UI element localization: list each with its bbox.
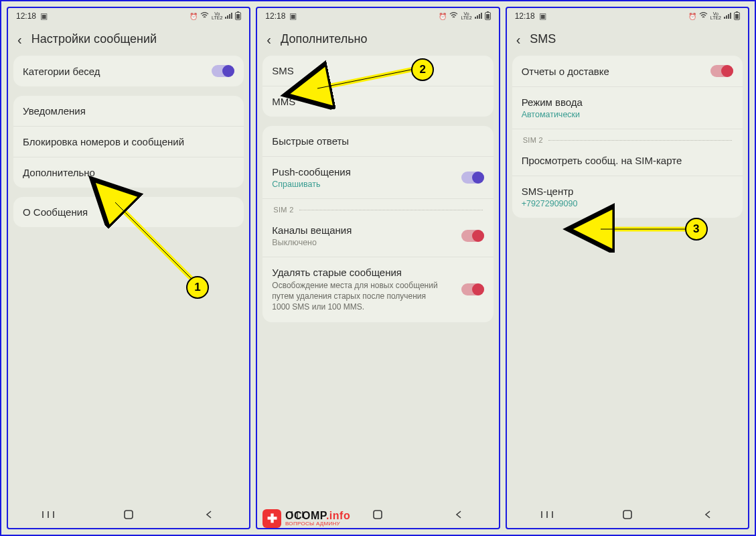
lte-icon: VoLTE2 <box>212 12 222 21</box>
svg-rect-10 <box>125 511 133 519</box>
row-label: Дополнительно <box>23 167 95 178</box>
status-time: 12:18 <box>265 11 285 21</box>
svg-rect-23 <box>374 511 382 519</box>
watermark-logo-icon <box>262 509 281 528</box>
back-icon[interactable]: ‹ <box>17 33 22 46</box>
svg-line-25 <box>317 68 418 88</box>
alarm-icon: ⏰ <box>190 13 198 20</box>
row-label: Режим ввода <box>522 96 583 108</box>
svg-rect-19 <box>486 14 489 19</box>
svg-rect-3 <box>231 13 232 19</box>
panel-message-settings: 12:18 ▣ ⏰ VoLTE2 ‹ Настройки сообщений <box>7 7 250 529</box>
nav-back-icon[interactable] <box>202 509 216 521</box>
watermark-subtitle: ВОПРОСЫ АДМИНУ <box>285 521 350 527</box>
nav-recents-icon[interactable] <box>540 509 554 521</box>
nav-back-icon[interactable] <box>451 509 466 521</box>
row-label: Категории бесед <box>23 66 100 77</box>
battery-icon <box>235 11 241 21</box>
row-sms-center[interactable]: SMS-центр +79272909090 <box>512 176 743 218</box>
toggle-categories[interactable] <box>212 65 234 77</box>
nav-recents-icon[interactable] <box>41 509 56 521</box>
row-input-mode[interactable]: Режим ввода Автоматически <box>512 87 743 129</box>
battery-icon <box>485 11 491 21</box>
section-sim2: SIM 2 <box>512 129 743 145</box>
toggle-channels[interactable] <box>461 230 484 242</box>
row-delete-old[interactable]: Удалять старые сообщения Освобождение ме… <box>262 257 493 322</box>
back-icon[interactable]: ‹ <box>516 33 521 46</box>
alarm-icon: ⏰ <box>688 13 696 20</box>
svg-rect-26 <box>724 17 725 19</box>
page-title: Дополнительно <box>281 32 368 46</box>
panel-sms: 12:18 ▣ ⏰ VoLTE2 ‹ SMS Отчеты о доставке <box>506 7 749 529</box>
lte-icon: VoLTE2 <box>461 12 471 21</box>
row-sublabel: Автоматически <box>522 110 583 119</box>
row-description: Освобождение места для новых сообщений п… <box>272 280 439 313</box>
section-sim2: SIM 2 <box>262 199 493 215</box>
svg-line-12 <box>115 202 196 283</box>
signal-icon <box>225 12 232 20</box>
nav-home-icon[interactable] <box>620 509 635 521</box>
alarm-icon: ⏰ <box>439 13 447 20</box>
row-sublabel: Спрашивать <box>272 180 350 189</box>
nav-home-icon[interactable] <box>121 509 136 521</box>
status-bar: 12:18 ▣ ⏰ VoLTE2 <box>8 8 249 24</box>
wifi-icon <box>699 12 708 20</box>
row-label: SMS-центр <box>522 186 578 197</box>
row-label: MMS <box>272 96 295 107</box>
panel-advanced: 12:18 ▣ ⏰ VoLTE2 ‹ Дополнительно SMS MMS <box>256 7 500 529</box>
annotation-badge-1: 1 <box>186 276 209 299</box>
svg-rect-28 <box>728 14 729 19</box>
status-bar: 12:18 ▣ ⏰ VoLTE2 <box>257 8 498 24</box>
watermark: OCOMP.info ВОПРОСЫ АДМИНУ <box>262 509 350 528</box>
row-label: О Сообщения <box>23 206 88 218</box>
back-icon[interactable]: ‹ <box>267 33 271 46</box>
row-label: SMS <box>272 65 294 76</box>
svg-rect-27 <box>726 15 727 19</box>
row-delivery-reports[interactable]: Отчеты о доставке <box>512 56 743 87</box>
row-view-sim[interactable]: Просмотреть сообщ. на SIM-карте <box>512 145 743 176</box>
annotation-badge-3: 3 <box>685 218 708 241</box>
svg-rect-36 <box>623 511 631 519</box>
signal-icon <box>475 12 482 20</box>
page-title: SMS <box>530 32 556 46</box>
svg-rect-0 <box>225 17 226 19</box>
row-sublabel: Выключено <box>272 238 352 247</box>
battery-icon <box>734 11 740 21</box>
navbar <box>507 501 748 528</box>
row-label: Каналы вещания <box>272 224 352 236</box>
row-label: Удалять старые сообщения <box>272 267 439 278</box>
picture-icon: ▣ <box>289 11 297 21</box>
titlebar: ‹ Настройки сообщений <box>8 24 249 56</box>
titlebar: ‹ Дополнительно <box>257 24 498 56</box>
row-quick-replies[interactable]: Быстрые ответы <box>262 126 493 157</box>
picture-icon: ▣ <box>539 11 546 21</box>
svg-rect-16 <box>481 13 482 19</box>
toggle-delivery[interactable] <box>710 65 733 77</box>
status-time: 12:18 <box>16 11 36 21</box>
nav-home-icon[interactable] <box>370 509 385 521</box>
titlebar: ‹ SMS <box>507 24 748 56</box>
watermark-title: OCOMP <box>285 510 326 521</box>
watermark-domain: .info <box>326 510 350 521</box>
row-channels[interactable]: Каналы вещания Выключено <box>262 215 493 257</box>
svg-rect-32 <box>735 14 739 19</box>
signal-icon <box>724 12 731 20</box>
status-time: 12:18 <box>515 11 535 21</box>
lte-icon: VoLTE2 <box>710 12 721 21</box>
row-block[interactable]: Блокировка номеров и сообщений <box>13 127 244 157</box>
wifi-icon <box>200 12 209 20</box>
row-sublabel: +79272909090 <box>522 199 578 208</box>
svg-rect-13 <box>475 17 476 19</box>
toggle-delete-old[interactable] <box>461 283 484 295</box>
svg-rect-29 <box>730 13 731 19</box>
wifi-icon <box>449 12 458 20</box>
row-notifications[interactable]: Уведомления <box>13 96 244 127</box>
toggle-push[interactable] <box>461 172 484 184</box>
row-label: Блокировка номеров и сообщений <box>23 136 184 147</box>
svg-rect-6 <box>236 14 240 19</box>
row-categories[interactable]: Категории бесед <box>13 56 244 86</box>
svg-rect-15 <box>479 14 480 19</box>
nav-back-icon[interactable] <box>700 509 715 521</box>
row-push[interactable]: Push-сообщения Спрашивать <box>262 157 493 199</box>
picture-icon: ▣ <box>40 11 48 21</box>
